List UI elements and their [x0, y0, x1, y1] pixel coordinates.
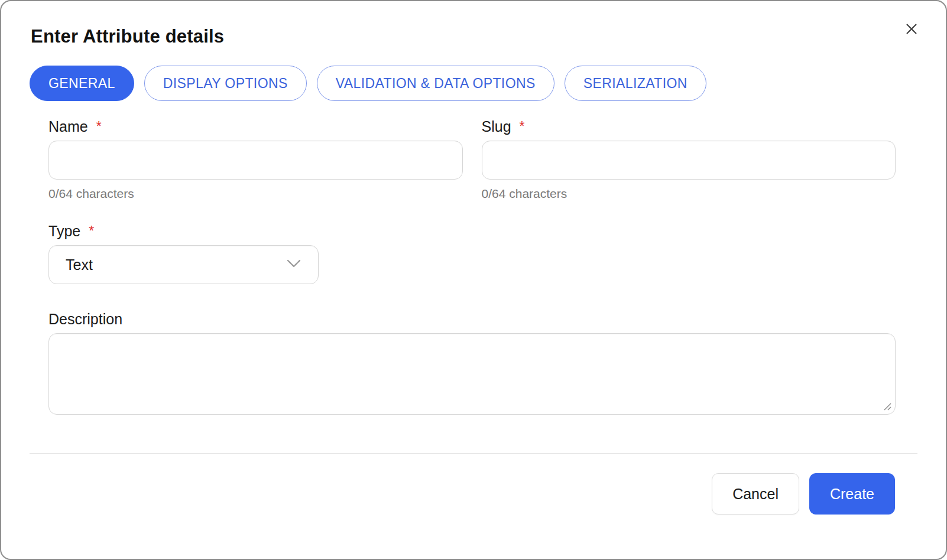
- tab-display-options[interactable]: DISPLAY OPTIONS: [144, 66, 307, 101]
- resize-handle-icon[interactable]: [883, 402, 892, 411]
- slug-label: Slug: [482, 118, 511, 135]
- close-icon: [905, 22, 918, 37]
- dialog-footer: Cancel Create: [1, 473, 946, 515]
- attribute-details-dialog: Enter Attribute details GENERAL DISPLAY …: [0, 0, 947, 560]
- general-form: Name * 0/64 characters Slug * 0/64 chara…: [1, 118, 946, 415]
- tab-bar: GENERAL DISPLAY OPTIONS VALIDATION & DAT…: [1, 66, 946, 101]
- type-label-row: Type *: [48, 223, 896, 240]
- type-required-asterisk: *: [89, 223, 94, 239]
- tab-validation-data-options[interactable]: VALIDATION & DATA OPTIONS: [317, 66, 554, 101]
- tab-serialization[interactable]: SERIALIZATION: [565, 66, 706, 101]
- name-required-asterisk: *: [96, 118, 102, 134]
- description-field-group: Description: [48, 311, 896, 415]
- description-label-row: Description: [48, 311, 896, 328]
- slug-char-counter: 0/64 characters: [482, 187, 896, 201]
- slug-field-group: Slug * 0/64 characters: [482, 118, 896, 201]
- name-input[interactable]: [48, 141, 463, 180]
- name-char-counter: 0/64 characters: [48, 187, 463, 201]
- create-button[interactable]: Create: [809, 473, 895, 515]
- cancel-button[interactable]: Cancel: [712, 473, 799, 515]
- close-button[interactable]: [903, 21, 920, 38]
- dialog-header: Enter Attribute details: [1, 1, 946, 47]
- slug-input[interactable]: [482, 141, 896, 180]
- name-label: Name: [48, 118, 88, 135]
- chevron-down-icon: [286, 259, 301, 271]
- name-field-group: Name * 0/64 characters: [48, 118, 463, 201]
- dialog-title: Enter Attribute details: [31, 26, 917, 47]
- tab-general[interactable]: GENERAL: [30, 66, 134, 101]
- type-selected-value: Text: [66, 256, 93, 274]
- type-field-group: Type * Text: [48, 223, 896, 284]
- name-slug-row: Name * 0/64 characters Slug * 0/64 chara…: [48, 118, 896, 201]
- type-label: Type: [48, 223, 80, 240]
- description-label: Description: [48, 311, 122, 328]
- footer-divider: [30, 453, 917, 454]
- description-textarea-wrap: [48, 333, 896, 415]
- slug-label-row: Slug *: [482, 118, 896, 135]
- description-textarea[interactable]: [48, 333, 896, 415]
- type-select[interactable]: Text: [48, 245, 319, 284]
- slug-required-asterisk: *: [520, 118, 525, 134]
- name-label-row: Name *: [48, 118, 463, 135]
